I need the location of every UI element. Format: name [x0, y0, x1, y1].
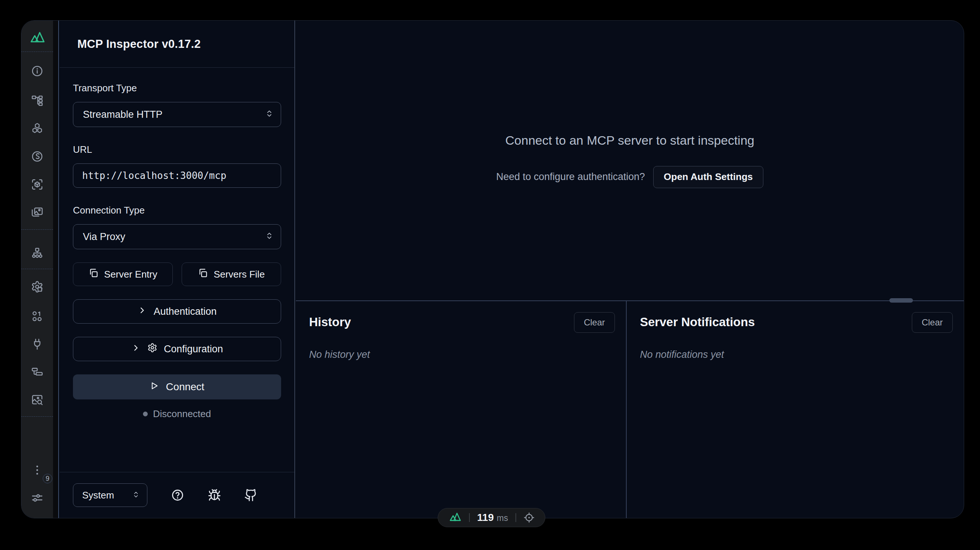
connect-button[interactable]: Connect [73, 374, 281, 399]
hexagons-icon[interactable] [21, 114, 53, 143]
status-pill: 119 ms [438, 508, 545, 527]
server-entry-label: Server Entry [104, 269, 158, 280]
latency-readout: 119 ms [477, 512, 508, 523]
configuration-label: Configuration [164, 344, 223, 355]
bug-icon[interactable] [208, 488, 221, 502]
bottom-panels: History Clear No history yet Server Noti… [296, 300, 964, 518]
app-title: MCP Inspector v0.17.2 [77, 38, 201, 51]
rail-gutter [53, 21, 59, 518]
workflow-icon[interactable] [21, 87, 53, 114]
prompt-circle-icon[interactable] [21, 143, 53, 170]
rail-divider [21, 416, 53, 417]
sitemap-icon[interactable] [21, 238, 53, 269]
pill-divider [469, 513, 470, 522]
notifications-panel: Server Notifications Clear No notificati… [627, 301, 964, 518]
app-window: 9 MCP Inspector v0.17.2 Transport Type S… [21, 20, 964, 518]
authentication-label: Authentication [154, 306, 216, 317]
url-input[interactable] [73, 163, 281, 188]
copy-icon [198, 268, 208, 281]
notifications-empty-text: No notifications yet [640, 349, 953, 360]
connection-type-value: Via Proxy [83, 231, 125, 243]
rail-divider [21, 52, 53, 52]
chevron-right-icon [137, 306, 147, 318]
cube-scan-icon[interactable] [21, 170, 53, 198]
sidebar-header: MCP Inspector v0.17.2 [60, 21, 294, 68]
blocks-icon[interactable] [21, 358, 53, 386]
open-auth-settings-button[interactable]: Open Auth Settings [653, 166, 764, 188]
history-empty-text: No history yet [309, 349, 615, 360]
status-text: Disconnected [153, 408, 211, 420]
mcp-logo-icon [29, 31, 46, 43]
connection-sidebar: MCP Inspector v0.17.2 Transport Type Str… [60, 21, 295, 518]
icon-rail: 9 [21, 21, 53, 518]
play-icon [150, 381, 159, 393]
main-content: Connect to an MCP server to start inspec… [296, 21, 964, 518]
plug-icon[interactable] [21, 330, 53, 358]
gear-icon [147, 343, 158, 355]
hero-section: Connect to an MCP server to start inspec… [296, 21, 964, 300]
connection-type-select[interactable]: Via Proxy [73, 224, 281, 249]
transport-type-value: Streamable HTTP [83, 109, 162, 120]
panel-resize-handle[interactable] [889, 298, 913, 303]
rail-divider [21, 269, 53, 269]
info-icon[interactable] [21, 55, 53, 87]
servers-file-label: Servers File [214, 269, 265, 280]
images-icon[interactable] [21, 198, 53, 227]
server-entry-button[interactable]: Server Entry [73, 263, 173, 286]
gear-square-icon[interactable] [21, 271, 53, 302]
latency-value: 119 [477, 512, 494, 523]
rail-divider [21, 229, 53, 230]
image-search-icon[interactable] [21, 386, 53, 414]
chevron-right-icon [131, 343, 141, 355]
pill-divider [515, 513, 516, 522]
notification-count-badge: 9 [43, 474, 52, 483]
chevrons-up-down-icon [265, 109, 274, 120]
connection-type-label: Connection Type [73, 205, 281, 216]
url-label: URL [73, 144, 281, 155]
mcp-logo-icon [449, 512, 461, 523]
binary-icon[interactable] [21, 302, 53, 330]
connect-label: Connect [166, 381, 204, 393]
status-dot-icon [143, 412, 148, 416]
transport-type-select[interactable]: Streamable HTTP [73, 102, 281, 127]
connection-status: Disconnected [73, 408, 281, 420]
theme-select[interactable]: System [73, 483, 147, 507]
history-panel: History Clear No history yet [296, 301, 627, 518]
help-icon[interactable] [171, 488, 184, 502]
notifications-clear-button[interactable]: Clear [912, 312, 953, 333]
transport-type-label: Transport Type [73, 82, 281, 94]
locate-icon[interactable] [523, 512, 535, 523]
copy-icon [88, 268, 99, 281]
sidebar-form: Transport Type Streamable HTTP URL Conne… [60, 68, 294, 472]
latency-unit: ms [496, 513, 508, 523]
notifications-title: Server Notifications [640, 315, 755, 329]
theme-value: System [82, 490, 114, 501]
chevrons-up-down-icon [132, 490, 140, 501]
servers-file-button[interactable]: Servers File [181, 263, 282, 286]
history-title: History [309, 315, 351, 329]
chevrons-up-down-icon [265, 231, 274, 243]
hero-subtitle: Need to configure authentication? [496, 171, 645, 182]
authentication-toggle[interactable]: Authentication [73, 299, 281, 323]
github-icon[interactable] [244, 488, 258, 502]
hero-title: Connect to an MCP server to start inspec… [506, 133, 754, 147]
ellipsis-icon[interactable]: 9 [21, 456, 53, 484]
configuration-toggle[interactable]: Configuration [73, 337, 281, 361]
sidebar-footer: System [60, 472, 294, 518]
sliders-icon[interactable] [21, 484, 53, 512]
history-clear-button[interactable]: Clear [574, 312, 615, 333]
